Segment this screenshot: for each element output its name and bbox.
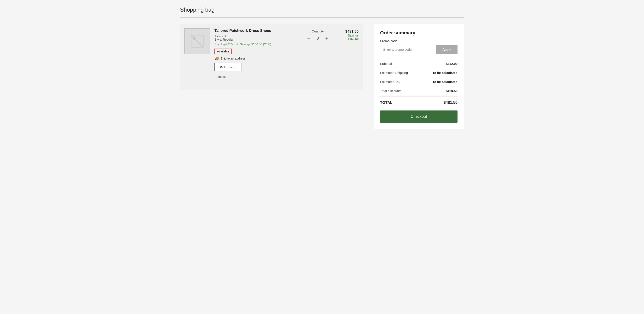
quantity-label: Quantity [312, 29, 324, 33]
pickup-button[interactable]: Pick this up [214, 63, 242, 71]
cart-section: Tailored Patchwork Dress Shoes Size: 7.5… [180, 24, 363, 90]
product-style: Style: Regular [214, 38, 300, 41]
page-title: Shopping bag [180, 6, 464, 13]
availability-badge: Available [214, 48, 232, 54]
savings-label: Savings [335, 34, 358, 37]
header-divider [180, 17, 464, 18]
subtotal-row: Subtotal $642.00 [380, 59, 458, 68]
product-image [184, 28, 210, 54]
promo-text: Buy 2 get 25% off: Savings $160.50 (25%) [214, 42, 300, 46]
main-content: Tailored Patchwork Dress Shoes Size: 7.5… [180, 24, 464, 129]
promo-code-row: Apply [380, 45, 458, 54]
total-row: TOTAL $481.50 [380, 97, 458, 109]
discounts-value: -$160.50 [445, 89, 458, 93]
shipping-value: To be calculated [432, 71, 458, 75]
shipping-row: Estimated Shipping To be calculated [380, 68, 458, 77]
tax-label: Estimated Tax [380, 80, 400, 84]
discounts-label: Total discounts [380, 89, 401, 93]
total-label: TOTAL [380, 101, 392, 105]
subtotal-value: $642.00 [446, 62, 458, 65]
product-name: Tailored Patchwork Dress Shoes [214, 28, 300, 33]
discounts-row: Total discounts -$160.50 [380, 86, 458, 95]
image-placeholder-icon [191, 35, 204, 48]
shipping-option: 🚚 Ship to an address [214, 56, 300, 60]
savings-value: $160.50 [335, 37, 358, 41]
quantity-section: Quantity − 3 + [305, 28, 330, 41]
product-details: Tailored Patchwork Dress Shoes Size: 7.5… [214, 28, 300, 79]
quantity-value: 3 [314, 36, 321, 41]
summary-divider [380, 96, 458, 96]
ship-icon: 🚚 [214, 56, 219, 60]
item-price: $481.50 [335, 29, 358, 34]
checkout-button[interactable]: Checkout [380, 110, 458, 123]
tax-value: To be calculated [432, 80, 458, 84]
order-summary: Order summary Promo code Apply Subtotal … [374, 24, 464, 129]
shipping-label: Estimated Shipping [380, 71, 408, 75]
ship-label: Ship to an address [220, 57, 246, 60]
quantity-controls: − 3 + [306, 35, 330, 41]
summary-title: Order summary [380, 30, 458, 36]
product-size: Size: 7.5 [214, 34, 300, 37]
total-value: $481.50 [444, 100, 458, 105]
subtotal-label: Subtotal [380, 62, 392, 65]
cart-item: Tailored Patchwork Dress Shoes Size: 7.5… [184, 28, 358, 85]
quantity-decrease-button[interactable]: − [306, 35, 312, 41]
promo-code-input[interactable] [380, 45, 434, 54]
quantity-increase-button[interactable]: + [324, 35, 330, 41]
tax-row: Estimated Tax To be calculated [380, 77, 458, 86]
remove-button[interactable]: Remove [214, 75, 226, 78]
apply-button[interactable]: Apply [436, 45, 458, 54]
price-section: $481.50 Savings $160.50 [335, 28, 358, 41]
promo-code-label: Promo code [380, 39, 458, 43]
